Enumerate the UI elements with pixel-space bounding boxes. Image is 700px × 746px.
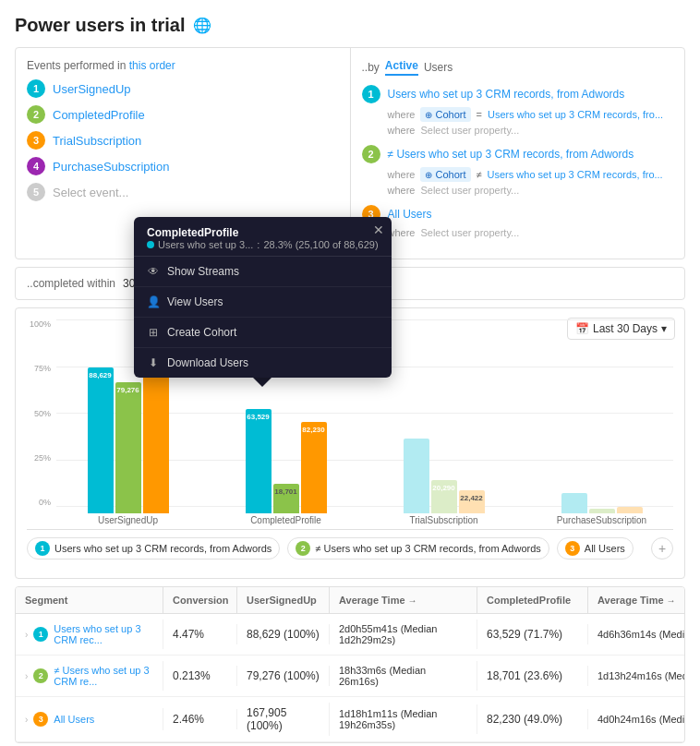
- y-label-100: 100%: [30, 319, 51, 329]
- chart-bar[interactable]: 79,276: [115, 382, 141, 513]
- y-label-75: 75%: [34, 364, 51, 373]
- popup-menu-show-streams[interactable]: 👁 Show Streams: [134, 257, 392, 287]
- y-label-0: 0%: [39, 498, 51, 507]
- popup-subtitle-value: 28.3% (25,100 of 88,629): [263, 239, 378, 250]
- popup-title: CompletedProfile: [147, 226, 379, 239]
- legend-item[interactable]: 1 Users who set up 3 CRM records, from A…: [27, 537, 280, 560]
- event-num: 1: [27, 79, 45, 98]
- popup-menu-create-cohort[interactable]: ⊞ Create Cohort: [134, 318, 392, 348]
- order-link[interactable]: this order: [129, 59, 175, 72]
- chart-bar[interactable]: 82,230: [301, 422, 327, 513]
- page-title: Power users in trial 🌐: [15, 15, 685, 36]
- chart-bar[interactable]: [589, 509, 615, 513]
- user-group: 2 ≠ Users who set up 3 CRM records, from…: [362, 145, 674, 196]
- event-num: 4: [27, 157, 45, 175]
- popup-menu-download-users[interactable]: ⬇ Download Users: [134, 348, 392, 378]
- chart-group-label: TrialSubscription: [372, 515, 515, 525]
- popup-subtitle-name: Users who set up 3...: [158, 239, 253, 250]
- chart-bar[interactable]: [404, 439, 429, 513]
- event-item[interactable]: 5 Select event...: [27, 183, 339, 201]
- event-name: CompletedProfile: [53, 108, 145, 122]
- event-name: Select event...: [53, 186, 128, 199]
- events-label: Events performed in this order: [27, 59, 339, 72]
- by-label: ..by: [362, 61, 380, 74]
- popup-menu: 👁 Show Streams 👤 View Users ⊞ Create Coh…: [134, 257, 392, 378]
- chart-bar-group: [530, 347, 673, 513]
- popup-dot: [147, 241, 154, 248]
- tab-users[interactable]: Users: [424, 61, 453, 74]
- event-num: 5: [27, 183, 45, 201]
- table-body: › 1 Users who set up 3 CRM rec... 4.47% …: [16, 614, 684, 742]
- table-row[interactable]: › 3 All Users 2.46% 167,905 (100%) 1d18h…: [16, 697, 684, 742]
- event-num: 3: [27, 131, 45, 150]
- th-usersignedup: UserSignedUp: [237, 587, 330, 613]
- chart-bar-group: 20,29022,422: [372, 347, 515, 513]
- chart-bar[interactable]: 22,422: [459, 490, 485, 513]
- table-header: Segment Conversion UserSignedUp Average …: [16, 587, 684, 614]
- popup-close-button[interactable]: ✕: [373, 223, 384, 237]
- popup-subtitle: Users who set up 3... : 28.3% (25,100 of…: [147, 239, 379, 250]
- chart-legend: 1 Users who set up 3 CRM records, from A…: [27, 529, 673, 567]
- event-item[interactable]: 1 UserSignedUp: [27, 79, 339, 98]
- event-name: UserSignedUp: [53, 82, 131, 96]
- events-list: 1 UserSignedUp 2 CompletedProfile 3 Tria…: [27, 79, 339, 201]
- y-label-25: 25%: [34, 453, 51, 463]
- by-header: ..by Active Users: [362, 59, 674, 76]
- popup-arrow: [253, 378, 272, 387]
- chart-bar[interactable]: 18,701: [273, 484, 299, 513]
- event-name: TrialSubscription: [53, 134, 141, 148]
- completed-within-label: ..completed within: [27, 277, 115, 290]
- event-item[interactable]: 3 TrialSubscription: [27, 131, 339, 150]
- context-menu-popup: ✕ CompletedProfile Users who set up 3...…: [134, 217, 392, 378]
- user-groups: 1 Users who set up 3 CRM records, from A…: [362, 85, 674, 238]
- globe-icon: 🌐: [193, 17, 211, 34]
- tab-active[interactable]: Active: [385, 59, 418, 76]
- popup-header: CompletedProfile Users who set up 3... :…: [134, 217, 392, 257]
- th-avgtime1: Average Time →: [330, 587, 477, 613]
- chart-group-label: CompletedProfile: [214, 515, 357, 525]
- data-table: Segment Conversion UserSignedUp Average …: [15, 586, 685, 743]
- th-conversion: Conversion: [163, 587, 237, 613]
- title-text: Power users in trial: [15, 15, 186, 36]
- chart-bar[interactable]: 63,529: [246, 409, 272, 513]
- chart-group-label: UserSignedUp: [56, 515, 199, 525]
- legend-item[interactable]: 3 All Users: [557, 537, 634, 560]
- event-name: PurchaseSubscription: [53, 160, 169, 174]
- event-item[interactable]: 2 CompletedProfile: [27, 105, 339, 124]
- chart-group-label: PurchaseSubscription: [530, 515, 673, 525]
- event-num: 2: [27, 105, 45, 124]
- chart-bar[interactable]: [561, 493, 587, 513]
- user-group: 1 Users who set up 3 CRM records, from A…: [362, 85, 674, 136]
- table-row[interactable]: › 2 ≠ Users who set up 3 CRM re... 0.213…: [16, 656, 684, 697]
- y-label-50: 50%: [34, 409, 51, 418]
- th-segment: Segment: [16, 587, 163, 613]
- table-row[interactable]: › 1 Users who set up 3 CRM rec... 4.47% …: [16, 614, 684, 656]
- th-avgtime2: Average Time →: [588, 587, 685, 613]
- legend-item[interactable]: 2 ≠ Users who set up 3 CRM records, from…: [287, 537, 549, 560]
- chart-bar[interactable]: 88,629: [88, 367, 114, 513]
- th-completedprofile: CompletedProfile: [477, 587, 588, 613]
- chart-bar[interactable]: [617, 507, 643, 513]
- popup-menu-view-users[interactable]: 👤 View Users: [134, 287, 392, 318]
- right-panel: ..by Active Users 1 Users who set up 3 C…: [351, 48, 685, 259]
- add-segment-button[interactable]: +: [651, 537, 673, 560]
- user-group: 3 All Users where Select user property..…: [362, 205, 674, 238]
- chart-bar[interactable]: 20,290: [431, 480, 457, 513]
- popup-overlay: ✕ CompletedProfile Users who set up 3...…: [134, 217, 392, 387]
- event-item[interactable]: 4 PurchaseSubscription: [27, 157, 339, 175]
